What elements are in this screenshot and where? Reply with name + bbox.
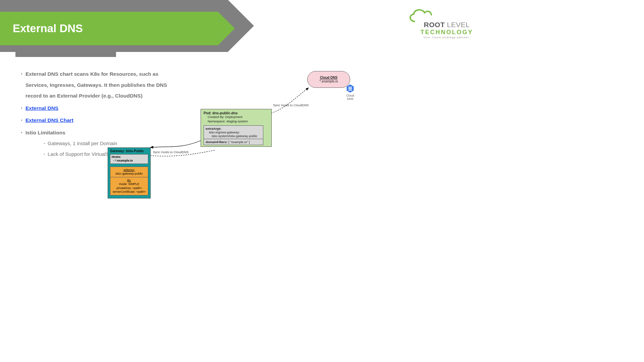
domain-filters-key: domainFilters: [206, 140, 227, 144]
external-dns-chart-link[interactable]: External DNS Chart [25, 117, 73, 123]
header-gray-tab [15, 52, 116, 57]
architecture-diagram: Cloud DNS *.example.io Cloud DNS Sync Ho… [101, 67, 362, 201]
gateway-node: Gateway: Istio-Public Hosts: - *.example… [108, 147, 151, 198]
cloud-dns-icon-label: Cloud DNS [344, 94, 356, 101]
extra-args-l1: istio-ingress-gateway: [206, 130, 261, 134]
external-dns-link[interactable]: External DNS [25, 105, 58, 111]
svg-rect-1 [348, 87, 352, 88]
cloud-dns-domain: *.example.io [319, 79, 338, 83]
istio-limitations-text: Istio Limitations [25, 130, 65, 135]
logo-tech-text: TECHNOLOGY [407, 29, 477, 36]
gateway-title: Gateway: Istio-Public [110, 149, 148, 153]
header-green-bar: External DNS [0, 12, 218, 45]
gateway-tls-box: tls: mode: SIMPLE privateKey: <path> ser… [110, 177, 148, 195]
gateway-hosts-val: - *.example.io [112, 159, 147, 163]
logo-root-text: ROOT [424, 21, 445, 28]
gateway-hosts-key: Hosts: [112, 155, 121, 159]
domain-filters-val: [ "example.io" ] [227, 140, 250, 144]
pod-namespace: Namespace: staging-system [204, 119, 269, 124]
cloud-dns-title: Cloud DNS [320, 76, 337, 79]
gateway-selector-key: selector: [111, 168, 147, 172]
logo-level-text: LEVEL [445, 21, 470, 28]
pod-extra-args-row: extraArgs: istio-ingress-gateway: istio-… [204, 126, 263, 139]
pod-title: Pod: dns-public-dns [204, 111, 269, 115]
gateway-tls-pkey: privateKey: <path> [111, 186, 147, 190]
svg-rect-2 [348, 88, 352, 89]
gateway-hosts-box: Hosts: - *.example.io [110, 154, 148, 164]
gateway-config-wrap: selector: istio=gateway-public tls: mode… [110, 167, 148, 196]
extra-args-l2: istio-system/istio-gateway-public [206, 134, 261, 138]
gateway-tls-cert: serverCertificate: <path> [111, 190, 147, 194]
cloud-dns-icon [345, 84, 355, 93]
logo: ROOT LEVEL TECHNOLOGY Your cloud strateg… [407, 7, 477, 39]
pod-domain-filters-row: domainFilters: [ "example.io" ] [204, 139, 263, 145]
gateway-selector-box: selector: istio=gateway-public [110, 167, 148, 178]
svg-rect-3 [348, 90, 352, 91]
pod-node: Pod: dns-public-dns Created By: Deployme… [201, 109, 272, 147]
gateway-tls-key: tls: [111, 179, 147, 182]
extra-args-key: extraArgs: [206, 127, 222, 130]
pod-config-table: extraArgs: istio-ingress-gateway: istio-… [204, 125, 263, 145]
logo-tagline: Your cloud strategy partner. [407, 36, 477, 39]
page-title: External DNS [13, 22, 83, 35]
pod-created-by: Created By: Deployment [204, 115, 269, 119]
sync-label-1: Sync Hosts to CloudDNS [273, 103, 309, 107]
sync-label-2: Sync Hosts to CloudDNS [153, 150, 189, 154]
gateway-tls-mode: mode: SIMPLE [111, 182, 147, 186]
cloud-dns-node: Cloud DNS *.example.io [307, 71, 350, 88]
gateway-selector-val: istio=gateway-public [111, 172, 147, 176]
